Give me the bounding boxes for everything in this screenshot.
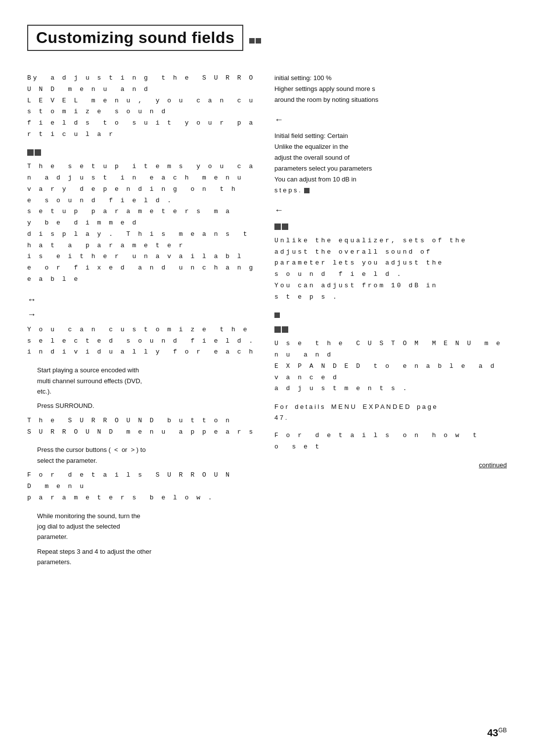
arrows-block: ↔→ bbox=[27, 292, 260, 322]
right-icon5 bbox=[274, 324, 507, 335]
right-para2: Unlike the equalizer, sets of the adjust… bbox=[274, 235, 507, 303]
right-note1: initial setting: 100 % Higher settings a… bbox=[274, 73, 507, 105]
right-icon3 bbox=[274, 221, 507, 232]
left-column: By a d j u s t i n g t h e S U R R O U N… bbox=[27, 73, 260, 572]
left-para3: Y o u c a n c u s t o m i z e t h e s e … bbox=[27, 324, 260, 358]
right-para1: Initial field setting: Certain Unlike th… bbox=[274, 131, 507, 196]
right-column: initial setting: 100 % Higher settings a… bbox=[274, 73, 507, 572]
step6: While monitoring the sound, turn the jog… bbox=[37, 511, 260, 542]
content-columns: By a d j u s t i n g t h e S U R R O U N… bbox=[27, 73, 507, 572]
right-para3: U s e t h e C U S T O M M E N U m e n u … bbox=[274, 338, 507, 395]
page-number: 43GB bbox=[487, 727, 507, 739]
step2: Press SURROUND. bbox=[37, 400, 260, 411]
right-para5: F o r d e t a i l s o n h o w t o s e t bbox=[274, 430, 507, 453]
page-title: Customizing sound fields bbox=[36, 29, 234, 47]
title-box: Customizing sound fields bbox=[27, 25, 243, 51]
left-para1: By a d j u s t i n g t h e S U R R O U N… bbox=[27, 73, 260, 140]
right-arrow1: ← bbox=[274, 112, 507, 128]
step1: Start playing a source encoded with mult… bbox=[37, 365, 260, 397]
page-container: Customizing sound fields By a d j u s t … bbox=[0, 0, 534, 756]
step3-spaced: T h e S U R R O U N D b u t t o n S U R … bbox=[27, 415, 260, 438]
right-icon4 bbox=[274, 310, 507, 321]
left-icon1 bbox=[27, 147, 260, 159]
right-para4: F o r d e t a i l s M E N U E X P A N D … bbox=[274, 401, 507, 423]
step7: Repeat steps 3 and 4 to adjust the other… bbox=[37, 546, 260, 568]
continued-label: continued bbox=[274, 460, 507, 471]
title-icon bbox=[249, 38, 261, 44]
title-row: Customizing sound fields bbox=[27, 20, 507, 62]
right-icon2: ← bbox=[274, 203, 507, 218]
step5-spaced: F o r d e t a i l s S U R R O U N D m e … bbox=[27, 470, 260, 503]
step4: Press the cursor buttons ( < or > ) to s… bbox=[37, 445, 260, 466]
left-para2: T h e s e t u p i t e m s y o u c a n a … bbox=[27, 161, 260, 285]
